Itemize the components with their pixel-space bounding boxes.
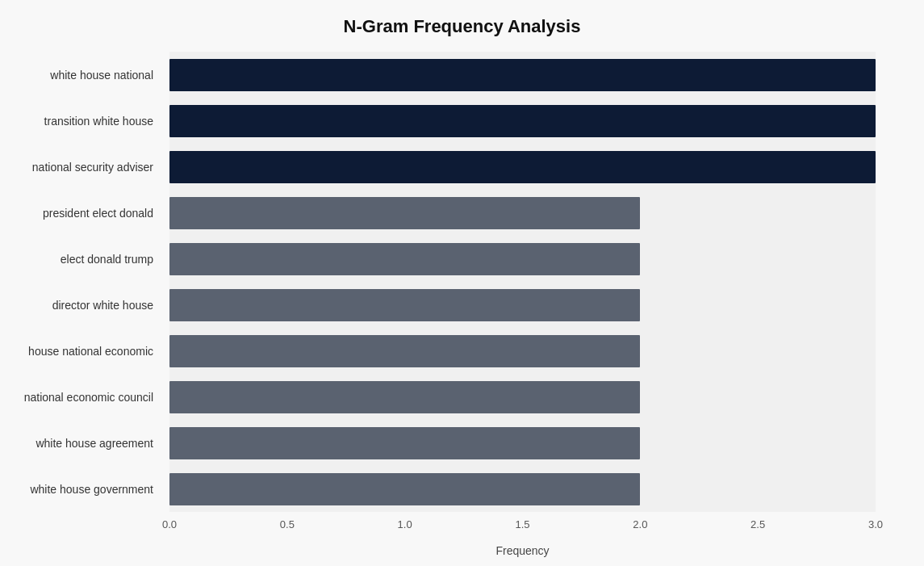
bar-track xyxy=(169,381,876,413)
x-tick: 0.5 xyxy=(280,518,295,530)
bar-row: transition white house xyxy=(169,98,876,144)
x-tick: 2.5 xyxy=(750,518,765,530)
bar-label: white house national xyxy=(0,69,161,82)
bar-label: white house government xyxy=(0,483,161,496)
chart-title: N-Gram Frequency Analysis xyxy=(0,16,924,37)
x-tick: 3.0 xyxy=(868,518,883,530)
bar-row: elect donald trump xyxy=(169,236,876,282)
x-axis: 0.00.51.01.52.02.53.0 xyxy=(169,518,876,543)
bar-track xyxy=(169,289,876,321)
bars-area: white house nationaltransition white hou… xyxy=(0,52,924,512)
bar-row: national security adviser xyxy=(169,144,876,190)
bar-row: house national economic xyxy=(169,328,876,374)
bar-track xyxy=(169,59,876,91)
bar-row: white house agreement xyxy=(169,420,876,466)
bar-fill xyxy=(169,289,640,321)
bar-row: white house government xyxy=(169,466,876,512)
bar-track xyxy=(169,427,876,459)
bar-label: white house agreement xyxy=(0,437,161,450)
bar-label: transition white house xyxy=(0,115,161,128)
bar-track xyxy=(169,335,876,367)
bar-label: president elect donald xyxy=(0,207,161,220)
bar-fill xyxy=(169,197,640,229)
x-tick: 2.0 xyxy=(633,518,647,530)
bar-fill xyxy=(169,335,640,367)
bar-fill xyxy=(169,427,640,459)
x-tick: 1.5 xyxy=(515,518,529,530)
bar-label: elect donald trump xyxy=(0,253,161,266)
bar-row: director white house xyxy=(169,282,876,328)
chart-container: N-Gram Frequency Analysis white house na… xyxy=(0,0,924,566)
bar-fill xyxy=(169,105,876,137)
bar-label: house national economic xyxy=(0,345,161,358)
bar-fill xyxy=(169,151,876,183)
bar-label: director white house xyxy=(0,299,161,312)
bar-row: president elect donald xyxy=(169,190,876,236)
bar-label: national economic council xyxy=(0,391,161,404)
bar-fill xyxy=(169,473,640,505)
bar-row: national economic council xyxy=(169,374,876,420)
chart-plot-area: white house nationaltransition white hou… xyxy=(0,52,924,512)
x-tick: 1.0 xyxy=(398,518,412,530)
bar-row: white house national xyxy=(169,52,876,98)
bar-track xyxy=(169,473,876,505)
bar-fill xyxy=(169,59,876,91)
x-tick: 0.0 xyxy=(162,518,177,530)
bar-label: national security adviser xyxy=(0,161,161,174)
bar-track xyxy=(169,243,876,275)
x-axis-label: Frequency xyxy=(169,544,876,557)
bar-fill xyxy=(169,243,640,275)
bar-fill xyxy=(169,381,640,413)
bar-track xyxy=(169,105,876,137)
bar-track xyxy=(169,151,876,183)
bar-track xyxy=(169,197,876,229)
